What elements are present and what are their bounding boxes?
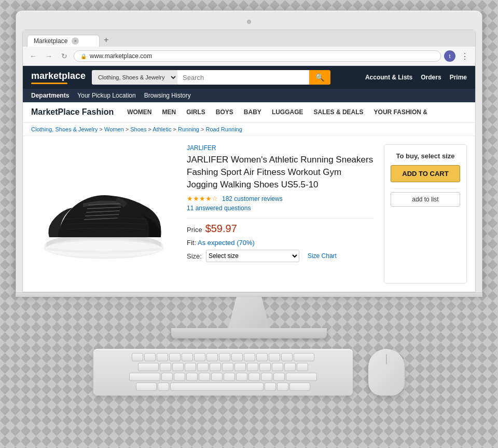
key [248,373,260,381]
monitor-base [171,328,327,338]
tab-label: Marketplace [34,37,67,45]
pickup-nav[interactable]: Your Pickup Location [77,92,135,99]
fit-label: Fit: [187,239,196,247]
refresh-button[interactable]: ↻ [58,50,71,62]
key [210,363,221,371]
answered-questions[interactable]: 11 answered questions [187,205,374,212]
size-line: Size: Select size 5.5 6 6.5 7 7.5 8 9 10 [187,250,374,262]
buy-box-title-pre: To buy, select [396,152,440,160]
monitor-top-bar [22,17,476,26]
brand-link[interactable]: JARLIFER [187,144,374,152]
departments-nav[interactable]: Departments [31,92,69,99]
cat-boys[interactable]: BOYS [211,106,239,118]
tab-close-button[interactable]: × [72,37,79,45]
history-nav[interactable]: Browsing History [144,92,191,99]
browser-tab-active[interactable]: Marketplace × [27,35,100,47]
key-row-4 [98,383,349,391]
add-to-cart-button[interactable]: ADD TO CART [391,165,460,182]
key [294,353,314,361]
key [161,373,173,381]
price-line: Price $59.97 [187,223,374,235]
key [186,373,198,381]
buy-box-title-bold: size [442,152,455,160]
key [224,373,235,381]
key [272,363,283,371]
key [138,363,159,371]
key [273,373,285,381]
key [286,373,317,381]
buy-box-title: To buy, select size [391,152,460,160]
key [194,353,205,361]
header-nav: Account & Lists Orders Prime [365,74,467,81]
lock-icon: 🔒 [80,53,87,59]
key [261,373,272,381]
key [174,373,185,381]
key-row-2 [98,363,349,371]
key [236,373,247,381]
breadcrumb-running[interactable]: Running [178,126,199,132]
review-count[interactable]: 182 customer reviews [222,195,283,202]
key-row-1 [98,353,349,361]
keyboard-area [93,349,405,396]
key [219,353,230,361]
key [160,363,171,371]
cat-fashion[interactable]: YOUR FASHION & [369,106,433,118]
fit-line: Fit: As expected (70%) [187,239,374,247]
site-header: marketplace Clothing, Shoes & Jewelry Al… [23,66,475,89]
search-icon: 🔍 [315,73,324,82]
logo[interactable]: marketplace [31,71,86,84]
key [259,363,271,371]
product-title: JARLIFER Women's Athletic Running Sneake… [187,154,374,191]
prime-nav[interactable]: Prime [450,74,467,81]
breadcrumb-shoes[interactable]: Shoes [130,126,146,132]
site-content: marketplace Clothing, Shoes & Jewelry Al… [23,66,475,292]
key [297,363,308,371]
search-input[interactable] [177,70,309,85]
back-button[interactable]: ← [27,50,39,62]
key [231,353,243,361]
cat-luggage[interactable]: LUGGAGE [267,106,309,118]
key [269,353,280,361]
key [157,353,168,361]
browser-menu-button[interactable]: ⋮ [459,50,471,62]
key [277,383,288,391]
cat-men[interactable]: MEN [157,106,182,118]
search-category-select[interactable]: Clothing, Shoes & Jewelry All Department… [92,70,177,85]
site-brand: MarketPlace Fashion [31,107,114,117]
search-bar: Clothing, Shoes & Jewelry All Department… [92,70,330,85]
key [136,383,157,391]
monitor-neck [16,293,482,297]
cat-sales[interactable]: SALES & DEALS [309,106,369,118]
key [132,353,143,361]
new-tab-button[interactable]: + [100,33,113,47]
browser-chrome: Marketplace × + ← → ↻ 🔒 www.marketplace.… [23,30,475,66]
url-display: www.marketplace.com [90,52,152,60]
fit-value[interactable]: As expected (70%) [198,239,255,247]
monitor-bezel: Marketplace × + ← → ↻ 🔒 www.marketplace.… [16,10,482,293]
price-value: $59.97 [205,223,237,235]
key [244,353,255,361]
account-lists-nav[interactable]: Account & Lists [365,74,412,81]
breadcrumb: Clothing, Shoes & Jewelry > Women > Shoe… [23,123,475,136]
search-button[interactable]: 🔍 [309,70,330,85]
breadcrumb-women[interactable]: Women [104,126,124,132]
key [182,353,193,361]
key [234,363,246,371]
orders-nav[interactable]: Orders [421,74,441,81]
mouse [368,349,405,396]
key [222,363,233,371]
address-field[interactable]: 🔒 www.marketplace.com [74,50,441,62]
breadcrumb-road-running[interactable]: Road Running [206,126,242,132]
breadcrumb-clothing[interactable]: Clothing, Shoes & Jewelry [31,126,98,132]
profile-button[interactable]: t [444,50,455,62]
size-select[interactable]: Select size 5.5 6 6.5 7 7.5 8 9 10 [206,250,299,262]
key [172,363,184,371]
key [185,363,196,371]
size-chart-link[interactable]: Size Chart [308,252,337,260]
forward-button[interactable]: → [43,50,55,62]
cat-baby[interactable]: BABY [239,106,267,118]
cat-girls[interactable]: GIRLS [181,106,211,118]
add-to-list-button[interactable]: add to list [391,192,460,207]
breadcrumb-athletic[interactable]: Athletic [153,126,171,132]
cat-women[interactable]: WOMEN [122,106,157,118]
